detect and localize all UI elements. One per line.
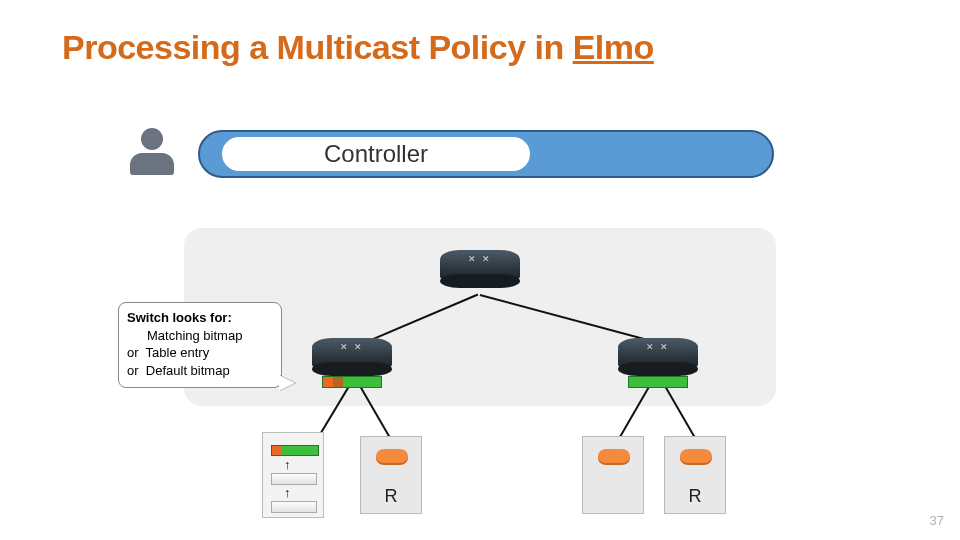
receiver-host: R [664,436,726,514]
receiver-label: R [665,486,725,507]
receiver-host [582,436,644,514]
switch-lookup-callout: Switch looks for: Matching bitmap or Tab… [118,302,282,388]
packet-card [271,473,317,485]
title-text-a: Processing a Multicast Policy in [62,28,573,66]
slide-title: Processing a Multicast Policy in Elmo [62,28,654,67]
callout-heading: Switch looks for: [127,310,232,325]
callout-line2: Table entry [146,345,210,360]
user-icon [130,128,174,175]
up-arrow-icon: ↑ [284,457,291,472]
callout-or1: or [127,345,139,360]
core-switch-icon: ✕ ✕ [440,250,520,286]
page-number: 37 [930,513,944,528]
packet-header-bitmap [271,445,319,456]
controller-label: Controller [324,140,428,168]
receiver-label: R [361,486,421,507]
agg-switch-right-icon: ✕ ✕ [618,338,698,374]
agg-switch-left-icon: ✕ ✕ [312,338,392,374]
controller-box: Controller [220,135,532,173]
disk-icon [680,449,712,463]
packet-card [271,501,317,513]
bitmap-right [628,376,688,388]
slide: Processing a Multicast Policy in Elmo Co… [0,0,960,540]
title-text-b: Elmo [573,28,654,66]
up-arrow-icon: ↑ [284,485,291,500]
source-host: ↑ ↑ [262,432,324,518]
bitmap-left [322,376,382,388]
disk-icon [376,449,408,463]
callout-line1: Matching bitmap [147,328,242,343]
disk-icon [598,449,630,463]
callout-line3: Default bitmap [146,363,230,378]
receiver-host: R [360,436,422,514]
callout-or2: or [127,363,139,378]
